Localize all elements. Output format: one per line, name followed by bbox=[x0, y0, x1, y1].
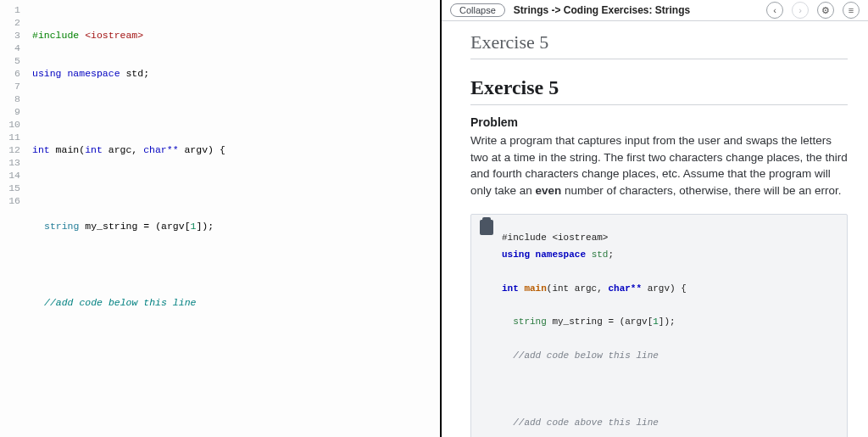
code-token: int bbox=[85, 144, 108, 155]
code-comment: //add code below this line bbox=[44, 297, 196, 308]
code-token: char** bbox=[143, 144, 184, 155]
code-token: namespace bbox=[67, 68, 125, 79]
exercise-title: Exercise 5 bbox=[470, 76, 848, 105]
line-number: 11 bbox=[0, 131, 20, 143]
line-number: 5 bbox=[0, 54, 20, 67]
next-button[interactable]: › bbox=[792, 2, 809, 19]
menu-button[interactable]: ≡ bbox=[843, 2, 860, 19]
code-editor-pane[interactable]: 12345678910111213141516 #include <iostre… bbox=[0, 0, 442, 437]
code-token: main( bbox=[56, 144, 86, 155]
clipboard-icon[interactable] bbox=[480, 220, 493, 235]
code-snippet-box: #include <iostream> using namespace std;… bbox=[470, 214, 848, 437]
instruction-content: Exercise 5 Exercise 5 Problem Write a pr… bbox=[442, 21, 868, 437]
code-line bbox=[32, 258, 440, 271]
code-token: my_string = (argv[ bbox=[85, 221, 190, 232]
line-number: 2 bbox=[0, 16, 20, 29]
collapse-button[interactable]: Collapse bbox=[450, 3, 505, 17]
code-token: ]); bbox=[196, 221, 214, 232]
problem-body: Write a program that captures input from… bbox=[470, 132, 848, 199]
problem-label: Problem bbox=[470, 115, 848, 129]
line-number: 10 bbox=[0, 118, 20, 131]
settings-button[interactable]: ⚙ bbox=[817, 2, 834, 19]
line-number: 14 bbox=[0, 169, 20, 182]
line-number: 16 bbox=[0, 194, 20, 207]
code-line bbox=[32, 182, 440, 194]
line-number: 3 bbox=[0, 29, 20, 42]
code-line bbox=[32, 105, 440, 118]
line-number: 1 bbox=[0, 3, 20, 16]
problem-text: number of characters, otherwise, there w… bbox=[561, 184, 841, 197]
line-gutter: 12345678910111213141516 bbox=[0, 3, 25, 437]
problem-bold: even bbox=[536, 184, 562, 197]
topbar: Collapse Strings -> Coding Exercises: St… bbox=[442, 0, 868, 21]
code-line bbox=[32, 334, 440, 347]
code-token: int bbox=[32, 144, 56, 155]
line-number: 12 bbox=[0, 143, 20, 156]
code-content[interactable]: #include <iostream> using namespace std;… bbox=[25, 3, 440, 437]
code-line bbox=[32, 411, 440, 423]
code-snippet: #include <iostream> using namespace std;… bbox=[485, 230, 833, 437]
instruction-pane: Collapse Strings -> Coding Exercises: St… bbox=[442, 0, 868, 437]
code-token: string bbox=[44, 221, 85, 232]
line-number: 7 bbox=[0, 80, 20, 92]
line-number: 9 bbox=[0, 105, 20, 118]
line-number: 4 bbox=[0, 42, 20, 54]
line-number: 15 bbox=[0, 182, 20, 194]
code-token: argc, bbox=[108, 144, 143, 155]
code-token: std; bbox=[125, 68, 149, 79]
breadcrumb: Strings -> Coding Exercises: Strings bbox=[514, 4, 690, 16]
code-token: <iostream> bbox=[85, 30, 143, 41]
code-token: #include bbox=[32, 30, 85, 41]
code-token: using bbox=[32, 68, 67, 79]
line-number: 13 bbox=[0, 156, 20, 169]
line-number: 6 bbox=[0, 67, 20, 80]
prev-button[interactable]: ‹ bbox=[766, 2, 783, 19]
code-token: argv) { bbox=[184, 144, 225, 155]
exercise-subtitle: Exercise 5 bbox=[470, 31, 848, 59]
line-number: 8 bbox=[0, 92, 20, 105]
code-line bbox=[32, 373, 440, 385]
